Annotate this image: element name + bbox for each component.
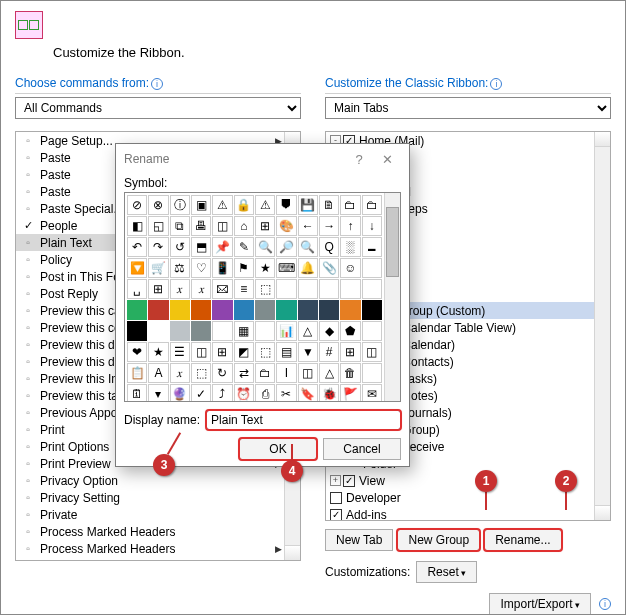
symbol-cell[interactable]	[170, 321, 190, 341]
symbol-cell[interactable]	[127, 321, 147, 341]
symbol-cell[interactable]	[362, 363, 382, 383]
symbol-cell[interactable]: ◫	[191, 342, 211, 362]
scrollbar[interactable]	[594, 132, 610, 520]
symbol-cell[interactable]: ★	[148, 342, 168, 362]
symbol-cell[interactable]	[255, 321, 275, 341]
symbol-cell[interactable]	[319, 279, 339, 299]
symbol-cell[interactable]: →	[319, 216, 339, 236]
symbol-cell[interactable]	[276, 279, 296, 299]
symbol-cell[interactable]: 𝑥	[170, 363, 190, 383]
symbol-cell[interactable]: 📋	[127, 363, 147, 383]
symbol-cell[interactable]: ←	[298, 216, 318, 236]
symbol-cell[interactable]: ↷	[148, 237, 168, 257]
symbol-cell[interactable]: I	[276, 363, 296, 383]
symbol-cell[interactable]	[276, 300, 296, 320]
symbol-cell[interactable]: ⊘	[127, 195, 147, 215]
info-icon[interactable]: i	[490, 78, 502, 90]
customize-ribbon-link[interactable]: Customize the Classic Ribbon:	[325, 76, 488, 90]
symbol-cell[interactable]: △	[319, 363, 339, 383]
symbol-cell[interactable]: ◩	[234, 342, 254, 362]
symbol-cell[interactable]	[191, 321, 211, 341]
symbol-cell[interactable]: 🗀	[340, 195, 360, 215]
ok-button[interactable]: OK	[239, 438, 317, 460]
symbol-cell[interactable]: ◱	[148, 216, 168, 236]
symbol-cell[interactable]	[298, 300, 318, 320]
symbol-cell[interactable]: ▦	[234, 321, 254, 341]
symbol-cell[interactable]: 𝑥	[191, 279, 211, 299]
symbol-cell[interactable]: ❤	[127, 342, 147, 362]
symbol-cell[interactable]: 📎	[319, 258, 339, 278]
symbol-cell[interactable]: ⚠	[255, 195, 275, 215]
symbol-cell[interactable]: ◆	[319, 321, 339, 341]
symbol-cell[interactable]: #	[319, 342, 339, 362]
symbol-cell[interactable]	[340, 279, 360, 299]
symbol-cell[interactable]: ♡	[191, 258, 211, 278]
symbol-cell[interactable]: 🗕	[362, 237, 382, 257]
symbol-cell[interactable]: ↶	[127, 237, 147, 257]
symbol-cell[interactable]: 📊	[276, 321, 296, 341]
tree-checkbox[interactable]	[330, 509, 342, 521]
symbol-cell[interactable]: ⓘ	[170, 195, 190, 215]
symbol-cell[interactable]	[212, 321, 232, 341]
symbol-cell[interactable]	[170, 300, 190, 320]
symbol-cell[interactable]: ⚑	[234, 258, 254, 278]
symbol-cell[interactable]: ✎	[234, 237, 254, 257]
symbol-cell[interactable]	[255, 300, 275, 320]
symbol-cell[interactable]: 🗀	[362, 195, 382, 215]
symbol-cell[interactable]: 🎨	[276, 216, 296, 236]
symbol-cell[interactable]: ≡	[234, 279, 254, 299]
symbol-cell[interactable]: ⚠	[212, 195, 232, 215]
symbol-cell[interactable]	[340, 300, 360, 320]
symbol-cell[interactable]	[191, 300, 211, 320]
symbol-cell[interactable]: 🔮	[170, 384, 190, 401]
symbol-cell[interactable]	[319, 300, 339, 320]
symbol-cell[interactable]: ↓	[362, 216, 382, 236]
symbol-cell[interactable]: 📌	[212, 237, 232, 257]
symbol-cell[interactable]: ▤	[276, 342, 296, 362]
symbol-cell[interactable]	[148, 300, 168, 320]
symbol-cell[interactable]: ␣	[127, 279, 147, 299]
list-item[interactable]: ▫Process Marked Headers▶	[16, 540, 300, 557]
symbol-cell[interactable]: 🗓	[127, 384, 147, 401]
symbol-cell[interactable]: ⬚	[255, 279, 275, 299]
commands-from-dropdown[interactable]: All Commands	[15, 97, 301, 119]
import-export-button[interactable]: Import/Export	[489, 593, 591, 615]
symbol-cell[interactable]: ⊞	[148, 279, 168, 299]
symbol-cell[interactable]: 🖂	[212, 279, 232, 299]
rename-button[interactable]: Rename...	[484, 529, 561, 551]
dialog-titlebar[interactable]: Rename ? ✕	[116, 144, 409, 174]
new-group-button[interactable]: New Group	[397, 529, 480, 551]
symbol-cell[interactable]: 🗎	[319, 195, 339, 215]
cancel-button[interactable]: Cancel	[323, 438, 401, 460]
expand-icon[interactable]: +	[330, 475, 341, 486]
symbol-cell[interactable]: ↑	[340, 216, 360, 236]
symbol-cell[interactable]: ▣	[191, 195, 211, 215]
symbol-cell[interactable]: ☰	[170, 342, 190, 362]
symbol-cell[interactable]: ⧉	[170, 216, 190, 236]
symbol-cell[interactable]: ✂	[276, 384, 296, 401]
symbol-cell[interactable]: ⛊	[276, 195, 296, 215]
list-item[interactable]: ▫Private	[16, 506, 300, 523]
tree-node[interactable]: Add-ins	[326, 506, 610, 520]
symbol-cell[interactable]: 🔍	[298, 237, 318, 257]
symbol-cell[interactable]: ⬒	[191, 237, 211, 257]
symbol-cell[interactable]: 🚩	[340, 384, 360, 401]
tree-checkbox[interactable]	[343, 475, 355, 487]
symbol-cell[interactable]: ◫	[362, 342, 382, 362]
list-item[interactable]: ▫Privacy Setting	[16, 489, 300, 506]
display-name-input[interactable]	[206, 410, 401, 430]
ribbon-scope-dropdown[interactable]: Main Tabs	[325, 97, 611, 119]
tree-checkbox[interactable]	[330, 492, 342, 504]
reset-button[interactable]: Reset	[416, 561, 477, 583]
new-tab-button[interactable]: New Tab	[325, 529, 393, 551]
symbol-cell[interactable]: 🗑	[340, 363, 360, 383]
symbol-cell[interactable]: ⊞	[212, 342, 232, 362]
symbol-cell[interactable]: 📱	[212, 258, 232, 278]
symbol-cell[interactable]: ☺	[340, 258, 360, 278]
close-icon[interactable]: ✕	[373, 152, 401, 167]
symbol-cell[interactable]	[362, 279, 382, 299]
symbol-cell[interactable]: 𝑥	[170, 279, 190, 299]
symbol-cell[interactable]: ⬚	[255, 342, 275, 362]
symbol-cell[interactable]: ✓	[191, 384, 211, 401]
symbol-cell[interactable]: 🔍	[255, 237, 275, 257]
